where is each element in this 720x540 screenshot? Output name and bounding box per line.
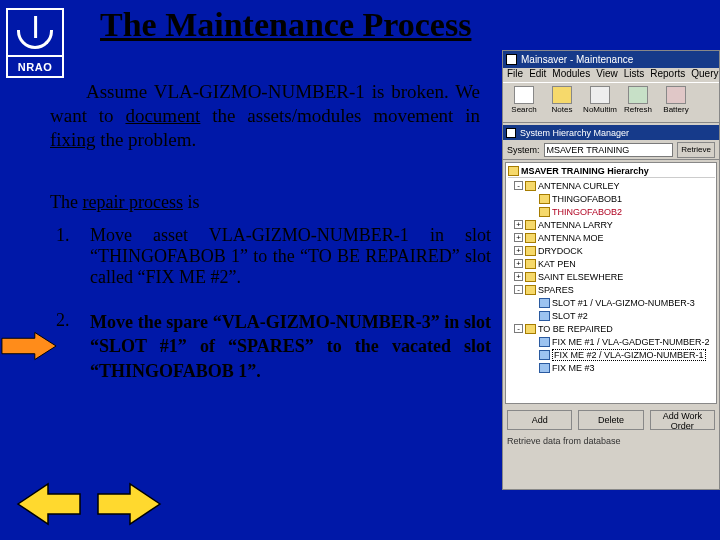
- toolbar-nomultim-button[interactable]: NoMultim: [583, 86, 617, 119]
- expand-icon[interactable]: +: [514, 272, 523, 281]
- toolbar-label: Refresh: [624, 105, 652, 114]
- expand-icon[interactable]: +: [514, 220, 523, 229]
- tree-node[interactable]: FIX ME #1 / VLA-GADGET-NUMBER-2: [508, 335, 715, 348]
- folder-icon: [525, 259, 536, 269]
- next-slide-button[interactable]: [94, 480, 164, 528]
- collapse-icon[interactable]: -: [514, 181, 523, 190]
- menu-modules[interactable]: Modules: [552, 68, 590, 82]
- folder-icon: [525, 181, 536, 191]
- toolbar: Search Notes NoMultim Refresh Battery: [503, 83, 719, 123]
- tree-joint-icon: [528, 311, 537, 320]
- tree-joint-icon: [528, 363, 537, 372]
- menu-file[interactable]: File: [507, 68, 523, 82]
- folder-icon: [525, 324, 536, 334]
- tree-node[interactable]: FIX ME #2 / VLA-GIZMO-NUMBER-1: [508, 348, 715, 361]
- tree-node[interactable]: FIX ME #3: [508, 361, 715, 374]
- tree-node[interactable]: -TO BE REPAIRED: [508, 322, 715, 335]
- tree-node-label: THINGOFABOB1: [552, 194, 622, 204]
- folder-icon: [525, 285, 536, 295]
- page-title: The Maintenance Process: [100, 6, 471, 44]
- folder-icon: [525, 220, 536, 230]
- sub-underline: repair process: [82, 192, 182, 212]
- tree-node[interactable]: -SPARES: [508, 283, 715, 296]
- tree-node-label: SLOT #2: [552, 311, 588, 321]
- tree-node[interactable]: SLOT #1 / VLA-GIZMO-NUMBER-3: [508, 296, 715, 309]
- intro-paragraph: Assume VLA-GIZMO-NUMBER-1 is broken. We …: [50, 80, 480, 151]
- svg-marker-2: [98, 484, 160, 524]
- tree-node[interactable]: +DRYDOCK: [508, 244, 715, 257]
- tree-node-label: FIX ME #2 / VLA-GIZMO-NUMBER-1: [552, 349, 706, 361]
- folder-icon: [539, 194, 550, 204]
- toolbar-label: NoMultim: [583, 105, 617, 114]
- delete-button[interactable]: Delete: [578, 410, 643, 430]
- system-input[interactable]: [544, 143, 674, 157]
- menubar[interactable]: File Edit Modules View Lists Reports Que…: [503, 68, 719, 83]
- para-text: the problem.: [95, 129, 196, 150]
- subheading: The repair process is: [50, 192, 199, 213]
- logo-text: NRAO: [8, 57, 62, 76]
- multimedia-icon: [590, 86, 610, 104]
- menu-edit[interactable]: Edit: [529, 68, 546, 82]
- tree-node-label: FIX ME #1 / VLA-GADGET-NUMBER-2: [552, 337, 710, 347]
- tree-node[interactable]: +SAINT ELSEWHERE: [508, 270, 715, 283]
- tree-joint-icon: [528, 350, 537, 359]
- menu-reports[interactable]: Reports: [650, 68, 685, 82]
- mainsaver-window: Mainsaver - Maintenance File Edit Module…: [502, 50, 720, 490]
- tree-node-label: FIX ME #3: [552, 363, 595, 373]
- pane-title-text: System Hierarchy Manager: [520, 128, 629, 138]
- tree-joint-icon: [528, 194, 537, 203]
- menu-lists[interactable]: Lists: [624, 68, 645, 82]
- battery-icon: [666, 86, 686, 104]
- tree-node-label: SLOT #1 / VLA-GIZMO-NUMBER-3: [552, 298, 695, 308]
- slot-icon: [539, 298, 550, 308]
- tree-node[interactable]: THINGOFABOB1: [508, 192, 715, 205]
- toolbar-label: Battery: [663, 105, 688, 114]
- tree-node-label: KAT PEN: [538, 259, 576, 269]
- tree-node[interactable]: SLOT #2: [508, 309, 715, 322]
- toolbar-search-button[interactable]: Search: [507, 86, 541, 119]
- tree-node-label: ANTENNA MOE: [538, 233, 604, 243]
- system-label: System:: [507, 145, 540, 155]
- tree-node[interactable]: THINGOFABOB2: [508, 205, 715, 218]
- toolbar-label: Search: [511, 105, 536, 114]
- app-icon: [506, 54, 517, 65]
- slot-icon: [539, 337, 550, 347]
- sub-text: is: [183, 192, 200, 212]
- folder-icon: [525, 246, 536, 256]
- prev-slide-button[interactable]: [14, 480, 84, 528]
- pane-titlebar: System Hierarchy Manager: [503, 125, 719, 140]
- para-underline-document: document: [125, 105, 200, 126]
- svg-marker-1: [18, 484, 80, 524]
- expand-icon[interactable]: +: [514, 246, 523, 255]
- sub-text: The: [50, 192, 82, 212]
- collapse-icon[interactable]: -: [514, 285, 523, 294]
- toolbar-notes-button[interactable]: Notes: [545, 86, 579, 119]
- system-row: System: Retrieve: [503, 140, 719, 160]
- tree-node[interactable]: +ANTENNA MOE: [508, 231, 715, 244]
- expand-icon[interactable]: +: [514, 233, 523, 242]
- search-icon: [514, 86, 534, 104]
- tree-node[interactable]: +ANTENNA LARRY: [508, 218, 715, 231]
- tree-node[interactable]: +KAT PEN: [508, 257, 715, 270]
- steps-list: 1. Move asset VLA-GIZMO-NUMBER-1 in slot…: [56, 225, 491, 405]
- retrieve-button[interactable]: Retrieve: [677, 142, 715, 158]
- tree-node-label: SPARES: [538, 285, 574, 295]
- pane-icon: [506, 128, 516, 138]
- add-button[interactable]: Add: [507, 410, 572, 430]
- add-work-order-button[interactable]: Add Work Order: [650, 410, 715, 430]
- tree-node-label: THINGOFABOB2: [552, 207, 622, 217]
- collapse-icon[interactable]: -: [514, 324, 523, 333]
- tree-node[interactable]: -ANTENNA CURLEY: [508, 179, 715, 192]
- refresh-icon: [628, 86, 648, 104]
- menu-query[interactable]: Query: [691, 68, 718, 82]
- slot-icon: [539, 350, 550, 360]
- toolbar-label: Notes: [552, 105, 573, 114]
- toolbar-refresh-button[interactable]: Refresh: [621, 86, 655, 119]
- toolbar-battery-button[interactable]: Battery: [659, 86, 693, 119]
- hierarchy-tree[interactable]: MSAVER TRAINING Hierarchy -ANTENNA CURLE…: [505, 162, 717, 404]
- status-bar: Retrieve data from database: [503, 434, 719, 448]
- expand-icon[interactable]: +: [514, 259, 523, 268]
- folder-icon: [508, 166, 519, 176]
- tree-node-label: TO BE REPAIRED: [538, 324, 613, 334]
- menu-view[interactable]: View: [596, 68, 618, 82]
